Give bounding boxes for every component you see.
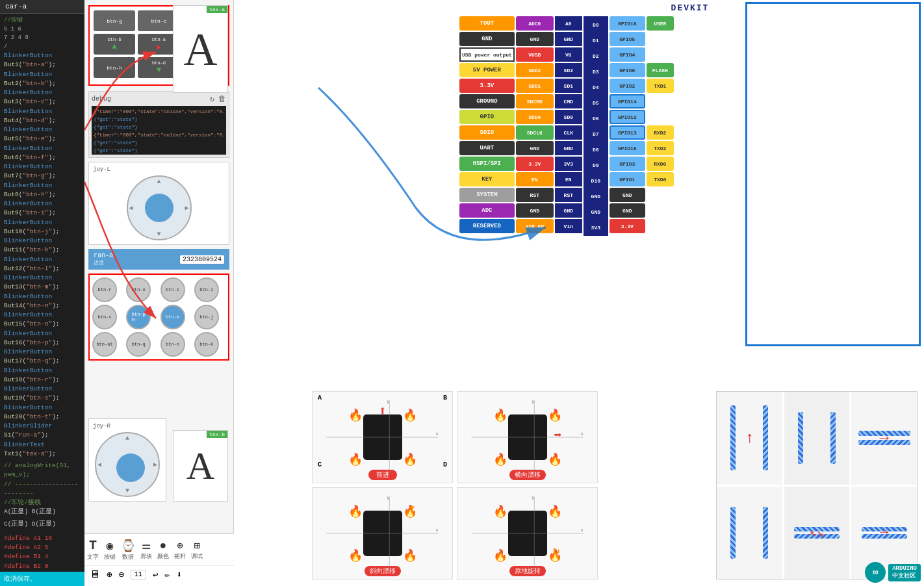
joy-r-left-arrow: ◀ <box>97 461 101 468</box>
label-lateral: 横向漂移 <box>509 470 546 480</box>
movement-diagonal: 🔥 🔥 🔥 🔥 ↗ 斜向漂移 x y <box>312 487 453 580</box>
btn-g[interactable]: btn-g <box>94 10 135 31</box>
red-connection-arrows <box>234 0 260 260</box>
rotate-diagram: 🔥 🔥 🔥 🔥 ↻ <box>492 498 563 569</box>
inner-sdcmd: SDCMD <box>516 94 554 108</box>
debug-actions: ↻ 🗑 <box>210 94 226 104</box>
thumb6-arrow: → <box>880 524 888 541</box>
cpin-sd1: SD1 <box>555 79 582 93</box>
toolbar-button-btn[interactable]: ◉ 按键 <box>104 539 116 561</box>
devkit-diagram: DEVKIT TOUT GND USB power output 5V POWE… <box>459 3 921 236</box>
zoom-in-icon[interactable]: ⊕ <box>107 569 112 580</box>
pencil-icon[interactable]: ✏ <box>164 569 170 580</box>
toolbar-data-btn[interactable]: ⌚ 数据 <box>121 539 135 561</box>
dial-btn-p[interactable]: btn-pm- <box>126 305 151 329</box>
dial-btn-s[interactable]: btn-s <box>92 305 117 329</box>
ran-a-bar[interactable]: ran-a 进度 2323809524 <box>88 249 229 270</box>
inner-sdd2: SDD2 <box>516 63 554 77</box>
dial-btn-k[interactable]: btn-k <box>194 332 219 357</box>
debug-delete-icon[interactable]: 🗑 <box>218 94 226 104</box>
pin-5v: 5V POWER <box>459 63 515 77</box>
cpin-gnd3: GND <box>555 203 582 218</box>
page-num[interactable]: 11 <box>131 570 146 580</box>
dpin-d0: D0 <box>585 18 607 32</box>
toolbar-text-btn[interactable]: T 文字 <box>87 538 99 561</box>
dial-btn-at[interactable]: btn-at <box>92 332 117 357</box>
rlabel-empty5 <box>647 188 674 202</box>
gpio4: GPIO4 <box>610 47 645 62</box>
forward-diagram: 🔥 🔥 🔥 🔥 ⬆ <box>347 401 418 473</box>
wheel-fl2: 🔥 <box>493 408 507 422</box>
label-c: C <box>318 461 322 468</box>
cpin-rst: RST <box>555 188 582 202</box>
joystick-r-dot <box>116 453 145 482</box>
gpio-3v3: 3.3V <box>610 219 645 233</box>
svg-text:x: x <box>435 527 439 533</box>
label-rotate: 原地旋转 <box>509 566 546 576</box>
wheel-fl: 🔥 <box>348 408 363 422</box>
download-icon[interactable]: ⬇ <box>177 569 182 580</box>
dial-btn-r[interactable]: btn-r <box>92 277 117 302</box>
inner-gnd: GND <box>516 32 554 46</box>
dial-btn-q[interactable]: btn-q <box>126 332 151 357</box>
dial-btn-n[interactable]: btn-n <box>160 332 185 357</box>
center-left-pins: A0 GND VU SD2 SD1 CMD SD0 CLK GND 3V3 EN… <box>555 16 582 233</box>
gpio-gnd2: GND <box>610 203 645 218</box>
dpin-gnd: GND <box>585 189 607 203</box>
dial-btn-j[interactable]: btn-j <box>194 305 219 329</box>
dpin-d10: D10 <box>585 173 607 188</box>
gpio16: GPIO16 <box>610 16 645 31</box>
thumb-3: → <box>851 392 917 485</box>
inner-sdd1: SDD1 <box>516 79 554 93</box>
label-d: D <box>443 461 447 468</box>
tex-b-label: tex-b <box>207 431 227 438</box>
wheel-bl3: 🔥 <box>348 548 363 563</box>
joystick-l-circle[interactable]: ▲ ▼ ◀ ▶ <box>127 175 192 240</box>
joy-l-label: joy-L <box>93 166 225 173</box>
svg-text:x: x <box>435 431 439 437</box>
toolbar-icons-row: T 文字 ◉ 按键 ⌚ 数据 ⚌ 滑块 ● 颜色 ⊕ 摇杆 ⊞ 调试 <box>84 534 234 566</box>
pin-system: SYSTEM <box>459 188 515 202</box>
inner-en: EN <box>516 172 554 186</box>
dial-btn-l[interactable]: btn-l <box>160 277 185 302</box>
dial-btn-m[interactable]: btn-m <box>160 305 185 329</box>
rlabel-empty7 <box>647 219 674 233</box>
cpin-3v3: 3V3 <box>555 157 582 171</box>
thumb5-arrows: ↖↘ <box>810 526 824 540</box>
thumb-1: ↑ <box>717 392 782 485</box>
left-labels-col1: TOUT GND USB power output 5V POWER 3.3V … <box>459 16 515 233</box>
slider-ran-a: ran-a 进度 2323809524 <box>88 249 229 270</box>
joy-r-right-arrow: ▶ <box>153 461 157 468</box>
monitor-icon[interactable]: 🖥 <box>90 568 100 581</box>
inner-sdclk: SDCLK <box>516 125 554 140</box>
debug-refresh-icon[interactable]: ↻ <box>210 94 214 104</box>
cpin-en: EN <box>555 172 582 186</box>
joy-l-left-arrow: ◀ <box>129 204 133 212</box>
btn-b[interactable]: btn-b ▲ <box>94 34 135 55</box>
toolbar-slider-btn[interactable]: ⚌ 滑块 <box>140 539 152 561</box>
rlabel-empty6 <box>647 203 674 218</box>
circuit-diagram-panel: DEVKIT TOUT GND USB power output 5V POWE… <box>234 0 924 586</box>
dial-btn-i[interactable]: btn-i <box>194 277 219 302</box>
wheel-fr4: 🔥 <box>548 504 562 518</box>
arrow-up-1: ⬆ <box>378 403 386 419</box>
joystick-r-widget: joy-R ▲ ▼ ◀ ▶ <box>88 418 166 502</box>
toolbar-joystick-btn[interactable]: ⊕ 摇杆 <box>174 539 186 561</box>
code-content: //按键 5 1 6 7 2 4 8 / BlinkerButton But1(… <box>0 14 84 586</box>
label-forward: 前进 <box>368 470 397 480</box>
ui-builder-panel: btn-g btn-c btn-e btn-b ▲ btn-a ▶ btn-h … <box>84 0 234 559</box>
zoom-out-icon[interactable]: ⊖ <box>118 569 123 580</box>
diagonal-diagram: 🔥 🔥 🔥 🔥 ↗ <box>347 498 418 569</box>
undo-icon[interactable]: ↩ <box>153 569 158 580</box>
toolbar-debug-btn[interactable]: ⊞ 调试 <box>191 539 203 561</box>
devkit-center-block: D0 D1 D2 D3 D4 D5 D6 D7 D8 D9 D10 GND GN… <box>584 16 608 236</box>
toolbar-color-btn[interactable]: ● 颜色 <box>157 539 169 561</box>
joy-l-right-arrow: ▶ <box>185 204 188 212</box>
robot-body-4 <box>508 511 547 556</box>
svg-text:x: x <box>580 527 584 533</box>
toolbar-panel: T 文字 ◉ 按键 ⌚ 数据 ⚌ 滑块 ● 颜色 ⊕ 摇杆 ⊞ 调试 🖥 ⊕ <box>84 533 234 586</box>
btn-h[interactable]: btn-h <box>94 57 135 78</box>
editor-tab[interactable]: car-a <box>0 0 84 14</box>
joystick-r-circle[interactable]: ▲ ▼ ◀ ▶ <box>95 432 160 497</box>
dial-btn-o[interactable]: btn-o <box>126 277 151 302</box>
